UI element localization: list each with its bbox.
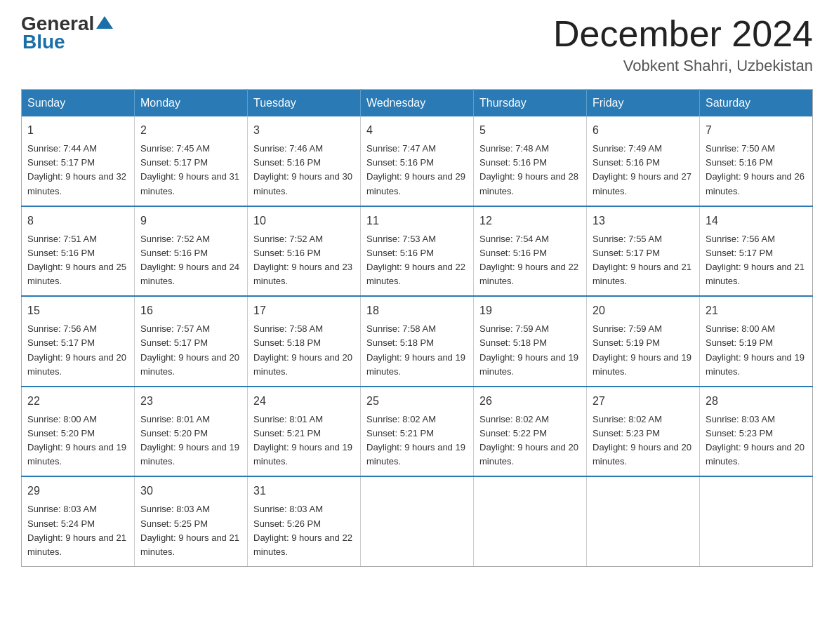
calendar-cell: 4Sunrise: 7:47 AMSunset: 5:16 PMDaylight… [361, 116, 474, 206]
day-number: 6 [593, 122, 694, 139]
calendar-cell [361, 476, 474, 566]
calendar-cell: 15Sunrise: 7:56 AMSunset: 5:17 PMDayligh… [22, 296, 135, 387]
day-info: Sunrise: 8:02 AMSunset: 5:23 PMDaylight:… [593, 412, 694, 469]
day-info: Sunrise: 7:47 AMSunset: 5:16 PMDaylight:… [366, 142, 468, 199]
logo-triangle-icon [96, 16, 113, 29]
calendar-cell: 16Sunrise: 7:57 AMSunset: 5:17 PMDayligh… [135, 296, 248, 387]
calendar-week-row: 1Sunrise: 7:44 AMSunset: 5:17 PMDaylight… [22, 116, 813, 206]
day-number: 31 [253, 483, 355, 499]
day-info: Sunrise: 7:59 AMSunset: 5:19 PMDaylight:… [593, 322, 694, 379]
page-header: General Blue December 2024 Vobkent Shahr… [21, 14, 813, 75]
day-info: Sunrise: 7:49 AMSunset: 5:16 PMDaylight:… [593, 142, 694, 199]
day-number: 13 [593, 213, 694, 229]
day-number: 23 [140, 393, 241, 410]
header-day-monday: Monday [135, 90, 248, 117]
day-number: 2 [140, 122, 241, 139]
day-number: 1 [27, 122, 128, 139]
day-info: Sunrise: 7:59 AMSunset: 5:18 PMDaylight:… [479, 322, 581, 379]
header-day-thursday: Thursday [474, 90, 587, 117]
calendar-cell: 26Sunrise: 8:02 AMSunset: 5:22 PMDayligh… [474, 387, 587, 477]
day-info: Sunrise: 8:02 AMSunset: 5:22 PMDaylight:… [479, 412, 581, 469]
day-info: Sunrise: 7:52 AMSunset: 5:16 PMDaylight:… [140, 232, 241, 289]
calendar-cell: 25Sunrise: 8:02 AMSunset: 5:21 PMDayligh… [361, 387, 474, 477]
day-info: Sunrise: 7:55 AMSunset: 5:17 PMDaylight:… [593, 232, 694, 289]
day-info: Sunrise: 7:54 AMSunset: 5:16 PMDaylight:… [479, 232, 581, 289]
day-number: 22 [27, 393, 128, 410]
day-info: Sunrise: 7:58 AMSunset: 5:18 PMDaylight:… [366, 322, 468, 379]
day-number: 10 [253, 213, 355, 229]
day-info: Sunrise: 7:57 AMSunset: 5:17 PMDaylight:… [140, 322, 241, 379]
day-number: 16 [140, 302, 241, 319]
day-number: 11 [366, 213, 468, 229]
day-info: Sunrise: 8:02 AMSunset: 5:21 PMDaylight:… [366, 412, 468, 469]
calendar-cell: 8Sunrise: 7:51 AMSunset: 5:16 PMDaylight… [22, 206, 135, 297]
calendar-cell [474, 476, 587, 566]
calendar-cell: 31Sunrise: 8:03 AMSunset: 5:26 PMDayligh… [248, 476, 361, 566]
header-day-wednesday: Wednesday [361, 90, 474, 117]
day-info: Sunrise: 8:03 AMSunset: 5:24 PMDaylight:… [27, 502, 128, 559]
day-number: 24 [253, 393, 355, 410]
header-row: SundayMondayTuesdayWednesdayThursdayFrid… [22, 90, 813, 117]
day-number: 14 [706, 213, 807, 229]
calendar-cell: 2Sunrise: 7:45 AMSunset: 5:17 PMDaylight… [135, 116, 248, 206]
month-title: December 2024 [553, 14, 813, 54]
calendar-cell: 3Sunrise: 7:46 AMSunset: 5:16 PMDaylight… [248, 116, 361, 206]
calendar-cell: 1Sunrise: 7:44 AMSunset: 5:17 PMDaylight… [22, 116, 135, 206]
day-info: Sunrise: 8:03 AMSunset: 5:23 PMDaylight:… [706, 412, 807, 469]
calendar-cell: 19Sunrise: 7:59 AMSunset: 5:18 PMDayligh… [474, 296, 587, 387]
calendar-cell [700, 476, 813, 566]
logo: General Blue [21, 14, 113, 53]
calendar-cell: 22Sunrise: 8:00 AMSunset: 5:20 PMDayligh… [22, 387, 135, 477]
calendar-cell: 10Sunrise: 7:52 AMSunset: 5:16 PMDayligh… [248, 206, 361, 297]
day-info: Sunrise: 8:01 AMSunset: 5:20 PMDaylight:… [140, 412, 241, 469]
header-day-tuesday: Tuesday [248, 90, 361, 117]
calendar-week-row: 29Sunrise: 8:03 AMSunset: 5:24 PMDayligh… [22, 476, 813, 566]
day-number: 25 [366, 393, 468, 410]
day-info: Sunrise: 7:53 AMSunset: 5:16 PMDaylight:… [366, 232, 468, 289]
day-number: 21 [706, 302, 807, 319]
day-info: Sunrise: 8:00 AMSunset: 5:20 PMDaylight:… [27, 412, 128, 469]
day-number: 4 [366, 122, 468, 139]
day-info: Sunrise: 8:03 AMSunset: 5:25 PMDaylight:… [140, 502, 241, 559]
calendar-cell: 27Sunrise: 8:02 AMSunset: 5:23 PMDayligh… [587, 387, 700, 477]
day-info: Sunrise: 7:52 AMSunset: 5:16 PMDaylight:… [253, 232, 355, 289]
calendar-cell: 5Sunrise: 7:48 AMSunset: 5:16 PMDaylight… [474, 116, 587, 206]
day-number: 19 [479, 302, 581, 319]
calendar-cell: 13Sunrise: 7:55 AMSunset: 5:17 PMDayligh… [587, 206, 700, 297]
calendar-cell: 24Sunrise: 8:01 AMSunset: 5:21 PMDayligh… [248, 387, 361, 477]
day-info: Sunrise: 8:03 AMSunset: 5:26 PMDaylight:… [253, 502, 355, 559]
calendar-cell: 29Sunrise: 8:03 AMSunset: 5:24 PMDayligh… [22, 476, 135, 566]
day-number: 29 [27, 483, 128, 499]
calendar-cell: 21Sunrise: 8:00 AMSunset: 5:19 PMDayligh… [700, 296, 813, 387]
day-info: Sunrise: 8:01 AMSunset: 5:21 PMDaylight:… [253, 412, 355, 469]
header-day-friday: Friday [587, 90, 700, 117]
day-number: 5 [479, 122, 581, 139]
calendar-cell: 20Sunrise: 7:59 AMSunset: 5:19 PMDayligh… [587, 296, 700, 387]
day-number: 12 [479, 213, 581, 229]
calendar-cell: 23Sunrise: 8:01 AMSunset: 5:20 PMDayligh… [135, 387, 248, 477]
calendar-body: 1Sunrise: 7:44 AMSunset: 5:17 PMDaylight… [22, 116, 813, 566]
calendar-cell: 17Sunrise: 7:58 AMSunset: 5:18 PMDayligh… [248, 296, 361, 387]
day-number: 20 [593, 302, 694, 319]
calendar-cell: 11Sunrise: 7:53 AMSunset: 5:16 PMDayligh… [361, 206, 474, 297]
logo-blue-text: Blue [22, 31, 65, 53]
day-number: 18 [366, 302, 468, 319]
day-info: Sunrise: 7:56 AMSunset: 5:17 PMDaylight:… [706, 232, 807, 289]
calendar-header: SundayMondayTuesdayWednesdayThursdayFrid… [22, 90, 813, 117]
day-info: Sunrise: 7:56 AMSunset: 5:17 PMDaylight:… [27, 322, 128, 379]
calendar-cell: 14Sunrise: 7:56 AMSunset: 5:17 PMDayligh… [700, 206, 813, 297]
day-info: Sunrise: 7:46 AMSunset: 5:16 PMDaylight:… [253, 142, 355, 199]
day-number: 17 [253, 302, 355, 319]
title-block: December 2024 Vobkent Shahri, Uzbekistan [553, 14, 813, 75]
day-info: Sunrise: 8:00 AMSunset: 5:19 PMDaylight:… [706, 322, 807, 379]
location-subtitle: Vobkent Shahri, Uzbekistan [553, 57, 813, 75]
calendar-cell: 18Sunrise: 7:58 AMSunset: 5:18 PMDayligh… [361, 296, 474, 387]
calendar-cell: 30Sunrise: 8:03 AMSunset: 5:25 PMDayligh… [135, 476, 248, 566]
day-info: Sunrise: 7:45 AMSunset: 5:17 PMDaylight:… [140, 142, 241, 199]
calendar-cell: 28Sunrise: 8:03 AMSunset: 5:23 PMDayligh… [700, 387, 813, 477]
header-day-saturday: Saturday [700, 90, 813, 117]
calendar-week-row: 8Sunrise: 7:51 AMSunset: 5:16 PMDaylight… [22, 206, 813, 297]
day-info: Sunrise: 7:44 AMSunset: 5:17 PMDaylight:… [27, 142, 128, 199]
header-day-sunday: Sunday [22, 90, 135, 117]
day-number: 27 [593, 393, 694, 410]
